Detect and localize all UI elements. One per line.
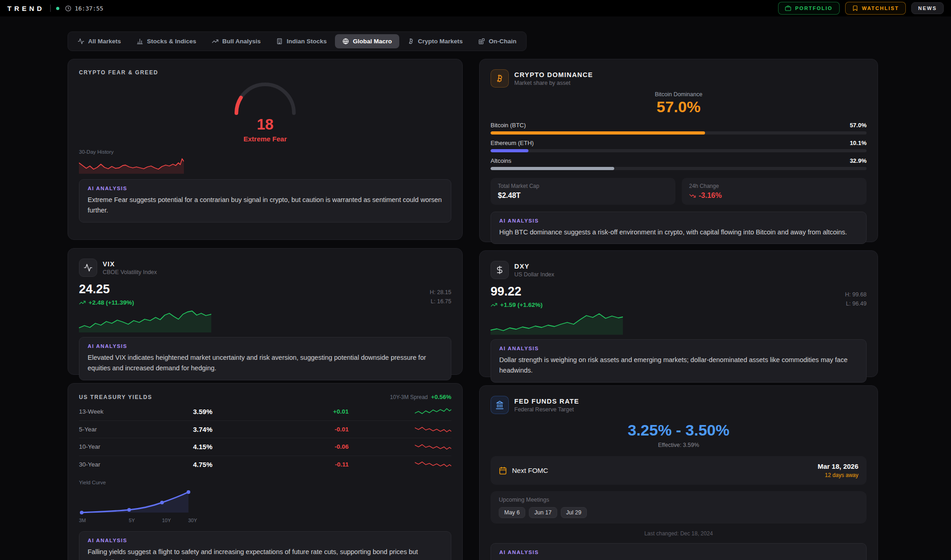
table-row[interactable]: 13-Week 3.59% +0.01 <box>79 403 451 421</box>
fed-funds-card: FED FUNDS RATE Federal Reserve Target 3.… <box>479 385 878 560</box>
vix-high-low: H: 28.15 L: 16.75 <box>430 288 451 306</box>
yield-curve-chart: 3M 5Y 10Y 30Y <box>79 489 198 524</box>
crypto-dominance-card: CRYPTO DOMINANCE Market share by asset B… <box>479 59 878 242</box>
stat-value: $2.48T <box>498 192 668 200</box>
yield-value: 4.15% <box>193 443 289 451</box>
portfolio-button[interactable]: PORTFOLIO <box>778 2 839 15</box>
history-label: 30-Day History <box>79 149 451 155</box>
dominance-title: CRYPTO DOMINANCE <box>514 71 593 78</box>
yield-sparkline <box>415 460 451 469</box>
tab-label: Global Macro <box>353 38 392 45</box>
meeting-chip[interactable]: Jun 17 <box>529 507 557 518</box>
tab-indian-stocks[interactable]: Indian Stocks <box>269 34 334 48</box>
tab-on-chain[interactable]: On-Chain <box>471 34 524 48</box>
portfolio-button-label: PORTFOLIO <box>795 5 832 11</box>
yield-label: 30-Year <box>79 461 193 468</box>
clock-time: 16:37:55 <box>75 5 104 12</box>
trending-down-icon <box>689 192 696 199</box>
ai-analysis-box: AI ANALYSIS High BTC dominance suggests … <box>491 212 867 244</box>
ai-analysis-box: AI ANALYSIS Dollar strength is weighing … <box>491 339 867 383</box>
dxy-change-value: +1.59 (+1.62%) <box>500 301 543 308</box>
clock: 16:37:55 <box>65 5 104 12</box>
yield-value: 3.74% <box>193 425 289 433</box>
table-row[interactable]: 5-Year 3.74% -0.01 <box>79 421 451 439</box>
clock-icon <box>65 5 72 12</box>
table-row[interactable]: 30-Year 4.75% -0.11 <box>79 456 451 474</box>
yield-curve-x-axis: 3M 5Y 10Y 30Y <box>79 518 198 524</box>
ai-analysis-box: AI ANALYSIS Falling yields suggest a fli… <box>79 531 451 560</box>
spread-value: +0.56% <box>431 394 451 400</box>
bar-chart-icon <box>136 38 143 45</box>
bar-value: 32.9% <box>850 157 867 164</box>
calendar-icon <box>499 467 507 475</box>
dxy-high: H: 99.68 <box>845 290 867 299</box>
ai-analysis-box: AI ANALYSIS Elevated VIX indicates heigh… <box>79 337 451 380</box>
live-status-dot <box>56 7 59 10</box>
blocks-icon <box>478 38 485 45</box>
vix-sparkline <box>79 310 211 332</box>
ai-analysis-text: Dollar strength is weighing on risk asse… <box>499 355 858 376</box>
market-tabs: All Markets Stocks & Indices Bull Analys… <box>68 31 527 51</box>
fear-greed-value: 18 <box>79 117 451 132</box>
tab-global-macro[interactable]: Global Macro <box>335 34 399 48</box>
bar-label: Bitcoin (BTC) <box>491 122 526 129</box>
briefcase-icon <box>785 5 791 11</box>
fed-target-range: 3.25% - 3.50% <box>491 422 867 438</box>
ai-analysis-label: AI ANALYSIS <box>88 343 443 349</box>
yield-curve-label: Yield Curve <box>79 480 451 485</box>
fed-subtitle: Federal Reserve Target <box>514 406 579 413</box>
yield-label: 13-Week <box>79 408 193 415</box>
activity-icon <box>78 38 84 45</box>
dominance-bar-row: Bitcoin (BTC) 57.0% <box>491 122 867 135</box>
ai-analysis-text: Falling yields suggest a flight to safet… <box>88 547 443 560</box>
next-fomc-date: Mar 18, 2026 <box>818 462 858 470</box>
ai-analysis-label: AI ANALYSIS <box>499 218 858 223</box>
yield-value: 3.59% <box>193 408 289 415</box>
activity-icon <box>79 259 97 277</box>
progress-fill <box>491 131 705 135</box>
fear-greed-card: CRYPTO FEAR & GREED 18 Extreme Fear 30-D… <box>68 59 463 240</box>
gauge-arc <box>231 78 299 116</box>
yield-sparkline <box>415 407 451 416</box>
table-row[interactable]: 10-Year 4.15% -0.06 <box>79 438 451 456</box>
fed-effective-rate: Effective: 3.59% <box>491 442 867 448</box>
tab-label: All Markets <box>88 38 121 45</box>
bar-label: Altcoins <box>491 157 512 164</box>
fear-greed-gauge: 18 Extreme Fear <box>79 78 451 143</box>
yield-change: +0.01 <box>289 408 410 415</box>
yield-change: -0.01 <box>289 426 410 433</box>
meeting-chip[interactable]: Jul 29 <box>561 507 587 518</box>
tab-crypto-markets[interactable]: Crypto Markets <box>400 34 470 48</box>
ai-analysis-box: AI ANALYSIS The Fed is likely to remain … <box>491 543 867 560</box>
tab-stocks-indices[interactable]: Stocks & Indices <box>129 34 204 48</box>
vix-change-value: +2.48 (+11.39%) <box>89 299 134 306</box>
ai-analysis-box: AI ANALYSIS Extreme Fear suggests potent… <box>79 179 451 223</box>
bitcoin-icon <box>408 38 414 45</box>
tab-bull-analysis[interactable]: Bull Analysis <box>204 34 268 48</box>
upcoming-meetings-box: Upcoming Meetings May 6 Jun 17 Jul 29 <box>491 491 867 524</box>
yield-value: 4.75% <box>193 461 289 468</box>
yield-label: 5-Year <box>79 426 193 433</box>
vix-change: +2.48 (+11.39%) <box>79 299 134 306</box>
x-tick: 30Y <box>188 518 197 523</box>
progress-track <box>491 167 867 170</box>
change-24h-value: -3.16% <box>699 192 722 200</box>
dxy-subtitle: US Dollar Index <box>514 271 554 278</box>
fear-greed-title: CRYPTO FEAR & GREED <box>79 69 451 76</box>
next-fomc-countdown: 12 days away <box>818 472 858 478</box>
tab-all-markets[interactable]: All Markets <box>70 34 128 48</box>
building-icon <box>276 38 283 45</box>
upcoming-meetings-label: Upcoming Meetings <box>499 497 858 503</box>
change-24h-stat: 24h Change -3.16% <box>682 178 867 205</box>
watchlist-button[interactable]: WATCHLIST <box>845 2 906 15</box>
dxy-change: +1.59 (+1.62%) <box>491 301 543 308</box>
news-button[interactable]: NEWS <box>911 2 944 14</box>
vix-card: VIX CBOE Volatility Index 24.25 +2.48 (+… <box>68 248 463 375</box>
meeting-chip[interactable]: May 6 <box>499 507 525 518</box>
fed-title: FED FUNDS RATE <box>514 398 579 405</box>
landmark-icon <box>491 396 509 414</box>
spread-indicator: 10Y-3M Spread +0.56% <box>390 394 451 400</box>
watchlist-button-label: WATCHLIST <box>862 5 899 11</box>
dominance-bar-row: Ethereum (ETH) 10.1% <box>491 140 867 152</box>
progress-fill <box>491 167 614 170</box>
